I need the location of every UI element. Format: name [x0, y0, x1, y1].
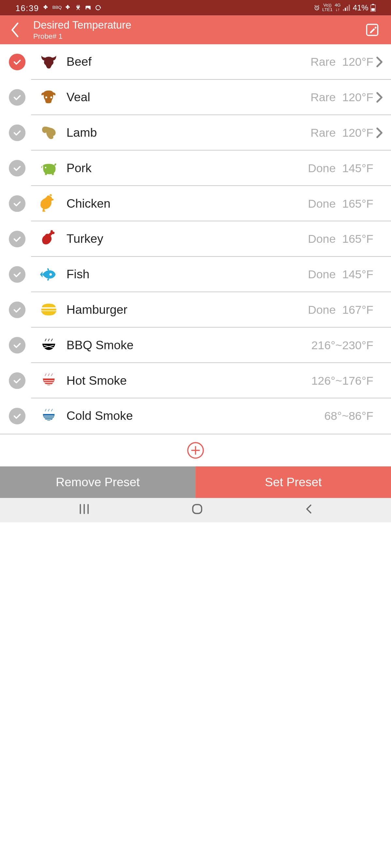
select-check[interactable] [9, 408, 25, 425]
ram-icon [36, 123, 61, 143]
select-check[interactable] [9, 231, 25, 247]
preset-value: Done 145°F [308, 161, 373, 175]
svg-rect-5 [348, 5, 350, 11]
preset-name: Chicken [66, 196, 308, 211]
bbq-indicator: BBQ [52, 5, 62, 10]
recents-button[interactable] [78, 503, 90, 517]
add-preset-button[interactable] [187, 442, 204, 459]
svg-rect-3 [345, 8, 346, 11]
home-button[interactable] [191, 503, 203, 517]
status-time: 16:39 [16, 3, 39, 12]
status-bar: 16:39 BBQ Vo)) LTE1 4G ↓↑ 41% [0, 0, 391, 16]
back-button[interactable] [10, 22, 32, 38]
page-title: Desired Temperature [33, 20, 362, 32]
remove-preset-button[interactable]: Remove Preset [0, 466, 196, 498]
preset-value: 68°~86°F [324, 409, 373, 423]
fan-icon [65, 5, 72, 11]
edit-button[interactable] [362, 23, 379, 36]
preset-value: Rare 120°F [310, 55, 373, 68]
pig-icon [36, 158, 61, 178]
preset-value: Rare 120°F [310, 126, 373, 139]
select-check[interactable] [9, 302, 25, 318]
preset-name: Lamb [66, 125, 310, 140]
select-check[interactable] [9, 89, 25, 106]
preset-value: Done 165°F [308, 232, 373, 245]
preset-name: Cold Smoke [66, 409, 324, 423]
nav-back-button[interactable] [304, 503, 313, 517]
preset-row[interactable]: HamburgerDone 167°F [0, 292, 391, 328]
bbq-smoke-icon [36, 335, 61, 355]
select-check[interactable] [9, 195, 25, 212]
svg-rect-2 [343, 9, 344, 11]
cow-icon [36, 87, 61, 107]
preset-value: 216°~230°F [311, 339, 373, 352]
preset-value: Rare 120°F [310, 91, 373, 104]
select-check[interactable] [9, 125, 25, 141]
refresh-icon [95, 5, 101, 11]
preset-name: Fish [66, 267, 308, 281]
arrows-indicator: ↓↑ [336, 8, 340, 12]
signal-icon [343, 5, 351, 11]
select-check[interactable] [9, 266, 25, 283]
preset-value: 126°~176°F [311, 374, 373, 387]
preset-row[interactable]: TurkeyDone 165°F [0, 221, 391, 257]
image-icon [85, 5, 91, 11]
preset-row[interactable]: BeefRare 120°F [0, 44, 391, 80]
preset-name: Pork [66, 161, 308, 175]
grill-icon [75, 5, 81, 11]
remove-preset-label: Remove Preset [56, 475, 140, 489]
preset-name: Hamburger [66, 302, 308, 317]
select-check[interactable] [9, 54, 25, 70]
chevron-right-icon [373, 91, 386, 103]
hot-smoke-icon [36, 370, 61, 390]
preset-row[interactable]: Cold Smoke68°~86°F [0, 398, 391, 434]
preset-row[interactable]: FishDone 145°F [0, 257, 391, 292]
fan-icon [43, 5, 49, 11]
battery-icon [370, 4, 375, 12]
set-preset-button[interactable]: Set Preset [196, 466, 391, 498]
svg-rect-4 [347, 6, 348, 11]
rooster-icon [36, 193, 61, 213]
bull-icon [36, 52, 61, 71]
page-subtitle: Probe# 1 [33, 32, 362, 41]
android-nav-bar [0, 498, 391, 522]
preset-name: Veal [66, 90, 310, 104]
set-preset-label: Set Preset [265, 475, 322, 489]
preset-name: BBQ Smoke [66, 338, 311, 352]
preset-name: Turkey [66, 231, 308, 246]
preset-name: Beef [66, 54, 310, 69]
preset-row[interactable]: BBQ Smoke216°~230°F [0, 328, 391, 363]
preset-row[interactable]: VealRare 120°F [0, 80, 391, 115]
battery-percent: 41% [353, 3, 368, 12]
select-check[interactable] [9, 160, 25, 177]
fish-icon [36, 264, 61, 284]
app-header: Desired Temperature Probe# 1 [0, 16, 391, 44]
preset-value: Done 165°F [308, 196, 373, 210]
lte-indicator: LTE1 [322, 8, 333, 12]
cold-smoke-icon [36, 406, 61, 426]
preset-name: Hot Smoke [66, 373, 311, 388]
preset-row[interactable]: ChickenDone 165°F [0, 186, 391, 221]
preset-value: Done 167°F [308, 303, 373, 316]
select-check[interactable] [9, 372, 25, 389]
svg-rect-10 [193, 504, 202, 513]
preset-row[interactable]: LambRare 120°F [0, 115, 391, 151]
drumstick-icon [36, 229, 61, 249]
preset-list: BeefRare 120°FVealRare 120°FLambRare 120… [0, 44, 391, 434]
select-check[interactable] [9, 337, 25, 353]
alarm-icon [313, 5, 320, 11]
preset-value: Done 145°F [308, 268, 373, 281]
burger-icon [36, 300, 61, 319]
svg-rect-8 [371, 8, 375, 11]
preset-row[interactable]: Hot Smoke126°~176°F [0, 363, 391, 398]
preset-row[interactable]: PorkDone 145°F [0, 150, 391, 186]
chevron-right-icon [373, 56, 386, 68]
chevron-right-icon [373, 126, 386, 138]
